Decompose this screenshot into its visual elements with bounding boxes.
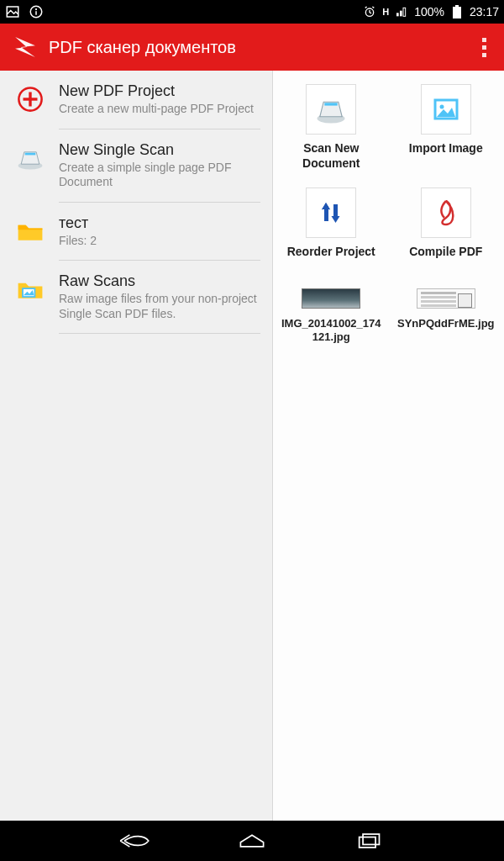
gallery-status-icon [5,4,20,19]
svg-rect-3 [35,11,37,15]
image-folder-icon [13,272,47,306]
app-title: PDF сканер документов [49,38,474,57]
thumbnail-filename: SYnPQddFrME.jpg [396,317,496,330]
reorder-icon [306,188,356,238]
list-item-title: Raw Scans [59,272,264,290]
home-button[interactable] [193,821,311,861]
project-list: New PDF Project Create a new multi-page … [0,71,272,821]
list-item-subtitle: Create a simple single page PDF Document [59,161,264,190]
clock: 23:17 [470,5,499,18]
svg-rect-14 [25,152,36,155]
battery-icon [449,4,465,19]
new-pdf-project-item[interactable]: New PDF Project Create a new multi-page … [0,71,272,129]
recents-button[interactable] [311,821,428,861]
list-item-title: New PDF Project [59,82,254,100]
divider [59,333,260,334]
svg-rect-5 [396,13,399,16]
scan-new-document-action[interactable]: Scan New Document [281,84,381,171]
project-folder-item[interactable]: тест Files: 2 [0,203,272,261]
app-bar: PDF сканер документов [0,24,504,71]
new-single-scan-item[interactable]: New Single Scan Create a simple single p… [0,129,272,202]
battery-percentage: 100% [414,5,444,18]
thumbnail-image [302,288,360,309]
list-item-subtitle: Raw image files from your non-project Si… [59,292,264,321]
svg-point-2 [35,8,37,10]
reorder-project-action[interactable]: Reorder Project [281,188,381,260]
folder-icon [13,214,47,248]
back-button[interactable] [76,821,193,861]
compile-pdf-action[interactable]: Compile PDF [396,188,496,260]
add-icon [13,82,47,116]
status-bar: H 100% 23:17 [0,0,504,24]
svg-rect-8 [455,5,459,7]
thumbnail-image [417,288,475,309]
info-status-icon [29,4,44,19]
action-label: Reorder Project [281,245,381,260]
svg-point-19 [439,105,444,109]
pdf-icon [421,188,471,238]
image-icon [421,84,471,135]
svg-rect-9 [453,7,461,18]
list-item-subtitle: Files: 2 [59,234,97,249]
app-logo-icon [10,32,40,62]
action-label: Compile PDF [396,245,496,260]
svg-rect-23 [363,834,379,844]
scanner-icon [13,141,47,175]
list-item-subtitle: Create a new multi-page PDF Project [59,102,254,117]
list-item-title: тест [59,214,97,232]
action-label: Import Image [396,141,496,156]
overflow-menu-button[interactable] [474,38,494,57]
navigation-bar [0,821,504,861]
svg-rect-22 [360,837,375,848]
thumbnail-item[interactable]: SYnPQddFrME.jpg [396,288,496,345]
svg-rect-12 [24,98,38,100]
svg-rect-17 [325,103,338,105]
thumbnail-filename: IMG_20141002_174121.jpg [281,317,381,345]
thumbnail-item[interactable]: IMG_20141002_174121.jpg [281,288,381,345]
import-image-action[interactable]: Import Image [396,84,496,171]
svg-rect-6 [400,11,402,17]
signal-icon [394,4,409,19]
raw-scans-item[interactable]: Raw Scans Raw image files from your non-… [0,261,272,333]
alarm-icon [362,4,377,19]
list-item-title: New Single Scan [59,141,264,159]
action-label: Scan New Document [281,141,381,171]
svg-rect-7 [403,8,406,16]
network-type-icon: H [382,7,389,17]
scanner-icon [306,84,356,135]
